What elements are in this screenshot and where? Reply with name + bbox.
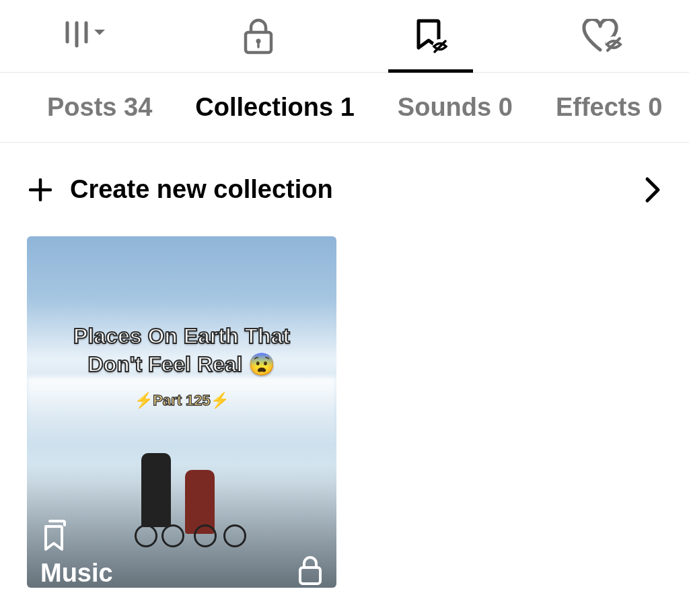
tab-grid[interactable] xyxy=(0,0,172,72)
sub-tab-posts[interactable]: Posts 34 xyxy=(47,93,152,122)
plus-icon xyxy=(27,178,54,201)
heart-hidden-icon xyxy=(581,19,624,54)
saved-sub-tabs: Posts 34 Collections 1 Sounds 0 Effects … xyxy=(0,73,689,143)
bookmark-hidden-icon xyxy=(412,18,449,55)
sub-tab-label: Effects xyxy=(556,93,641,121)
sub-tab-label: Posts xyxy=(47,93,116,121)
tab-private[interactable] xyxy=(172,0,344,72)
grid-icon xyxy=(62,20,110,53)
collection-card[interactable]: Places On Earth That Don't Feel Real 😨 ⚡… xyxy=(27,236,336,588)
tab-saved[interactable] xyxy=(344,0,517,72)
lock-icon xyxy=(242,18,275,55)
sub-tab-sounds[interactable]: Sounds 0 xyxy=(398,93,513,122)
tab-liked[interactable] xyxy=(517,0,689,72)
sub-tab-label: Collections xyxy=(195,93,333,121)
sub-tab-count: 1 xyxy=(340,93,355,121)
lock-icon xyxy=(297,555,323,588)
create-collection-label: Create new collection xyxy=(70,175,645,204)
profile-content-tabs xyxy=(0,0,689,73)
bookmark-stack-icon xyxy=(40,520,113,555)
collection-card-footer: Music xyxy=(40,520,323,588)
svg-rect-12 xyxy=(300,568,320,584)
sub-tab-count: 0 xyxy=(499,93,513,121)
chevron-right-icon xyxy=(645,176,662,203)
sub-tab-count: 0 xyxy=(648,93,662,121)
collections-grid: Places On Earth That Don't Feel Real 😨 ⚡… xyxy=(0,236,689,588)
collection-title: Music xyxy=(40,559,113,588)
create-collection-button[interactable]: Create new collection xyxy=(0,143,689,236)
thumbnail-overlay-text: Places On Earth That Don't Feel Real 😨 ⚡… xyxy=(27,322,336,409)
sub-tab-label: Sounds xyxy=(398,93,491,121)
sub-tab-effects[interactable]: Effects 0 xyxy=(556,93,662,122)
sub-tab-count: 34 xyxy=(124,93,152,121)
sub-tab-collections[interactable]: Collections 1 xyxy=(195,93,355,122)
